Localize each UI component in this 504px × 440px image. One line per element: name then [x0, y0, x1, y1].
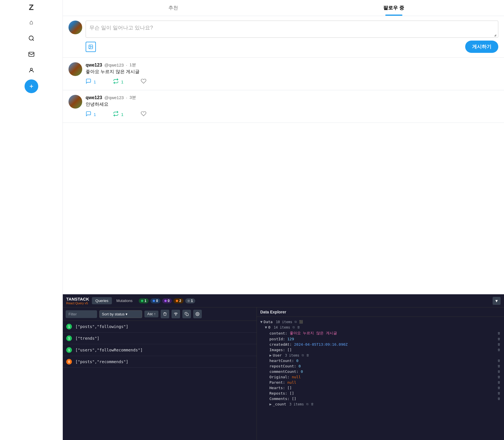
- de-field-content: content: 좋아요 누르지 않은 게시글 🗑: [260, 330, 501, 336]
- query-item[interactable]: 1 ["posts","followings"]: [63, 321, 257, 333]
- query-status-badge: 0: [66, 359, 72, 365]
- sidebar-item-mail[interactable]: [25, 47, 38, 61]
- delete-all-button[interactable]: [161, 310, 169, 318]
- compose-button[interactable]: [25, 79, 38, 93]
- post-header: qwe123 @qwe123 · 1분: [86, 62, 498, 68]
- de-expand-icon[interactable]: ▶: [269, 353, 272, 357]
- query-item[interactable]: 0 ["posts","recommends"]: [63, 356, 257, 368]
- filter-input[interactable]: [66, 310, 97, 318]
- de-field-value: 0: [299, 364, 301, 368]
- svg-rect-6: [186, 313, 189, 316]
- sidebar-item-profile[interactable]: [25, 63, 38, 77]
- de-field-value: null: [287, 380, 296, 385]
- de-root-row: ▼ Data 10 items ⧉ ⬛: [260, 319, 501, 325]
- tab-mutations[interactable]: Mutations: [113, 297, 136, 304]
- de-item-delete-button[interactable]: 🗑: [297, 325, 300, 329]
- sort-select[interactable]: Sort by status ▾: [99, 310, 142, 318]
- repost-icon: [113, 111, 119, 118]
- post-content: 좋아요 누르지 않은 게시글: [86, 69, 498, 75]
- dot-purple: [164, 300, 167, 302]
- post-header: qwe123 @qwe123 · 3분: [86, 95, 498, 100]
- svg-rect-1: [29, 52, 34, 57]
- comment-count: 1: [94, 79, 96, 84]
- badge-blue: 0: [150, 298, 160, 303]
- compose-avatar: [68, 21, 82, 34]
- collapse-devtools-button[interactable]: ▼: [493, 297, 501, 305]
- de-copy-button[interactable]: ⧉: [306, 402, 309, 406]
- query-item[interactable]: 1 ["trends"]: [63, 333, 257, 344]
- de-field-delete[interactable]: 🗑: [497, 381, 501, 384]
- de-field-delete[interactable]: 🗑: [497, 391, 501, 395]
- data-explorer-header: Data Explorer: [257, 307, 504, 317]
- de-copy-button[interactable]: ⧉: [302, 353, 304, 357]
- wifi-button[interactable]: [172, 310, 180, 318]
- badge-blue-count: 0: [156, 299, 158, 303]
- de-field-delete[interactable]: 🗑: [497, 343, 501, 346]
- de-item-copy-button[interactable]: ⧉: [293, 325, 295, 329]
- de-field-user: ▶ User 3 items ⧉ 🗑: [260, 353, 501, 358]
- query-status-badge: 1: [66, 324, 72, 329]
- badge-purple: 0: [162, 298, 172, 303]
- copy-button[interactable]: [182, 310, 191, 318]
- tab-following[interactable]: 팔로우 중: [283, 0, 504, 16]
- repost-count: 1: [121, 112, 123, 117]
- post-button[interactable]: 게시하기: [465, 41, 498, 53]
- tab-queries[interactable]: Queries: [92, 297, 112, 304]
- de-field-delete[interactable]: 🗑: [497, 370, 501, 373]
- de-delete-button[interactable]: 🗑: [306, 353, 309, 357]
- de-field-delete[interactable]: 🗑: [497, 337, 501, 341]
- de-expand-icon[interactable]: ▼: [265, 325, 267, 329]
- devtools-panel: TANSTACK React Query v5 Queries Mutation…: [63, 294, 504, 440]
- de-download-button[interactable]: ⬛: [299, 320, 303, 324]
- post-item: qwe123 @qwe123 · 1분 좋아요 누르지 않은 게시글: [63, 58, 504, 90]
- brand-block: TANSTACK React Query v5: [66, 297, 89, 305]
- de-delete-button[interactable]: 🗑: [311, 402, 314, 406]
- tab-recommended[interactable]: 추천: [63, 0, 283, 16]
- de-expand-icon[interactable]: ▶: [269, 402, 272, 406]
- brand-name: TANSTACK: [66, 297, 89, 301]
- de-field-key: Reposts:: [269, 391, 287, 395]
- svg-point-2: [30, 68, 32, 70]
- de-field-key: Images:: [269, 348, 285, 352]
- badge-gray: 1: [185, 298, 195, 303]
- de-field-value: null: [292, 375, 301, 379]
- sidebar-item-home[interactable]: ⌂: [25, 15, 38, 29]
- de-field-delete[interactable]: 🗑: [497, 359, 501, 363]
- de-field-key: Hearts:: [269, 386, 285, 390]
- settings-button[interactable]: [193, 310, 202, 318]
- post-handle: @qwe123: [104, 95, 124, 100]
- de-expand-icon[interactable]: ▼: [260, 320, 263, 324]
- comment-action[interactable]: 1: [86, 78, 96, 85]
- post-username: qwe123: [86, 63, 102, 68]
- post-actions: 1 1: [86, 78, 498, 85]
- de-field-value: []: [292, 397, 296, 401]
- like-action[interactable]: [141, 111, 146, 118]
- de-copy-button[interactable]: ⧉: [295, 320, 297, 324]
- repost-action[interactable]: 1: [113, 78, 123, 85]
- sidebar-item-search[interactable]: [25, 31, 38, 45]
- de-field-delete[interactable]: 🗑: [497, 364, 501, 368]
- query-item[interactable]: 1 ["users","followRecommends"]: [63, 344, 257, 356]
- de-field-key: content:: [269, 331, 287, 335]
- asc-button[interactable]: Asc ↑: [144, 311, 158, 317]
- dot-gray: [188, 300, 190, 302]
- main-content: 추천 팔로우 중 무슨 일이 일어나고 있나요? ◢: [63, 0, 504, 440]
- de-field-meta: 3 items: [287, 402, 304, 406]
- de-field-delete[interactable]: 🗑: [497, 386, 501, 390]
- de-field-delete[interactable]: 🗑: [497, 331, 501, 335]
- post-username: qwe123: [86, 95, 102, 100]
- compose-input-area[interactable]: 무슨 일이 일어나고 있나요? ◢: [86, 21, 498, 38]
- image-upload-button[interactable]: [86, 42, 96, 52]
- de-field-delete[interactable]: 🗑: [497, 348, 501, 352]
- de-field-delete[interactable]: 🗑: [497, 397, 501, 401]
- like-action[interactable]: [141, 78, 146, 85]
- devtools-body: Sort by status ▾ Asc ↑: [63, 307, 504, 440]
- de-field-count: ▶ _count 3 items ⧉ 🗑: [260, 401, 501, 407]
- de-field-delete[interactable]: 🗑: [497, 375, 501, 379]
- comment-action[interactable]: 1: [86, 111, 96, 118]
- de-field-createdat: createdAt: 2024-04-05T13:09:16.090Z 🗑: [260, 342, 501, 347]
- post-time: ·: [126, 63, 127, 67]
- repost-action[interactable]: 1: [113, 111, 123, 118]
- query-key: ["posts","recommends"]: [75, 359, 128, 364]
- app-container: Z ⌂ 추천 팔로우 중: [0, 0, 504, 440]
